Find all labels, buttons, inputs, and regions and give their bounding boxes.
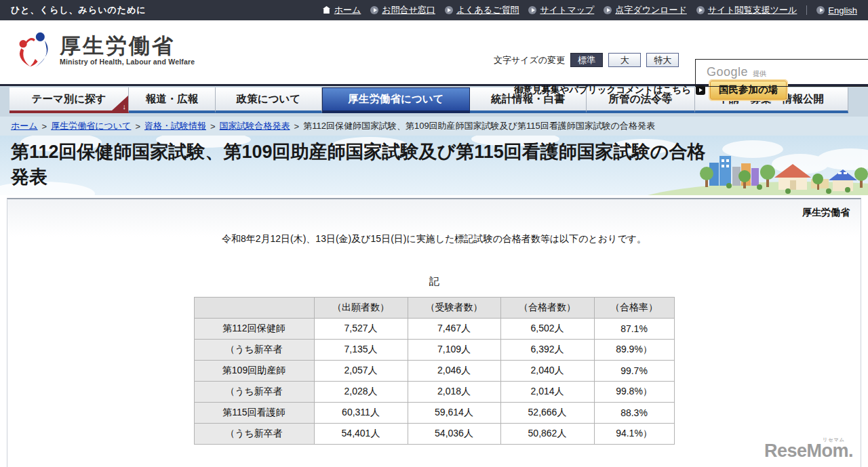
table-cell: 50,862人 — [500, 424, 594, 445]
site-header: 厚生労働省 Ministry of Health, Labour and Wel… — [0, 20, 868, 86]
table-cell: 54,036人 — [408, 424, 500, 445]
table-cell: 2,018人 — [408, 382, 500, 403]
table-header-passers: （合格者数） — [500, 298, 594, 319]
font-size-standard-button[interactable]: 標準 — [570, 53, 603, 67]
arrow-circle-icon — [445, 6, 453, 14]
table-header-blank — [194, 298, 314, 319]
issuing-org: 厚生労働省 — [7, 199, 861, 219]
table-cell: 89.9%） — [594, 340, 674, 361]
arrow-circle-icon — [370, 6, 378, 14]
table-row: （うち新卒者 54,401人 54,036人 50,862人 94.1%） — [194, 424, 674, 445]
public-comment-text: 御意見募集やパブリックコメントはこちら — [514, 84, 691, 96]
font-size-large-button[interactable]: 大 — [608, 53, 641, 67]
breadcrumb-exam-results[interactable]: 国家試験合格発表 — [220, 120, 290, 132]
row-label: 第112回保健師 — [194, 319, 314, 340]
table-row: 第112回保健師 7,527人 7,467人 6,502人 87.1% — [194, 319, 674, 340]
table-row: 第109回助産師 2,057人 2,046人 2,040人 99.7% — [194, 361, 674, 382]
nav-tab-about-mhlw[interactable]: 厚生労働省について — [322, 87, 470, 113]
search-input[interactable]: Google 提供 — [695, 59, 868, 87]
table-cell: 2,040人 — [500, 361, 594, 382]
logo-subtitle: Ministry of Health, Labour and Welfare — [60, 58, 195, 66]
breadcrumb-separator: > — [210, 121, 216, 131]
row-label: （うち新卒者 — [194, 340, 314, 361]
home-icon — [322, 6, 331, 14]
row-label: 第115回看護師 — [194, 403, 314, 424]
mhlw-logo[interactable]: 厚生労働省 Ministry of Health, Labour and Wel… — [15, 31, 195, 69]
arrow-right-icon — [696, 85, 705, 95]
arrow-circle-icon — [604, 6, 612, 14]
row-label: （うち新卒者 — [194, 424, 314, 445]
content-panel: 厚生労働省 令和8年2月12日(木)、13日(金)及び15日(日)に実施した標記… — [7, 198, 861, 467]
top-link-english[interactable]: English — [816, 5, 857, 16]
table-row: （うち新卒者 2,028人 2,018人 2,014人 99.8%） — [194, 382, 674, 403]
divider — [806, 5, 807, 15]
logo-title: 厚生労働省 — [60, 35, 195, 58]
watermark-ruby: リセマム — [823, 436, 845, 443]
table-cell: 88.3% — [594, 403, 674, 424]
ki-marker: 記 — [7, 275, 861, 288]
top-link-contact[interactable]: お問合せ窓口 — [370, 4, 435, 16]
table-header-pass-rate: （合格率） — [594, 298, 674, 319]
site-tagline: ひと、くらし、みらいのために — [11, 4, 146, 16]
breadcrumb-separator: > — [135, 121, 140, 131]
row-label: （うち新卒者 — [194, 382, 314, 403]
table-cell: 94.1%） — [594, 424, 674, 445]
top-link-sitemap[interactable]: サイトマップ — [528, 4, 594, 16]
table-cell: 87.1% — [594, 319, 674, 340]
breadcrumb-separator: > — [294, 121, 300, 131]
table-cell: 7,467人 — [408, 319, 500, 340]
breadcrumb-current: 第112回保健師国家試験、第109回助産師国家試験及び第115回看護師国家試験の… — [303, 120, 655, 132]
mhlw-logo-icon — [15, 31, 53, 69]
table-cell: 2,014人 — [500, 382, 594, 403]
nav-tab-policy[interactable]: 政策について — [216, 87, 322, 113]
resemom-watermark: リセマム ReseMom. — [764, 441, 853, 462]
top-links: ホーム お問合せ窓口 よくあるご質問 サイトマップ 点字ダウンロード サイト閲覧… — [322, 4, 857, 16]
breadcrumb-separator: > — [42, 121, 47, 131]
table-cell: 52,666人 — [500, 403, 594, 424]
breadcrumb-home[interactable]: ホーム — [11, 120, 38, 132]
top-utility-bar: ひと、くらし、みらいのために ホーム お問合せ窓口 よくあるご質問 サイトマップ… — [0, 0, 868, 20]
table-cell: 54,401人 — [314, 424, 408, 445]
nav-tab-themes[interactable]: テーマ別に探す ↓ — [9, 87, 129, 113]
arrow-circle-icon — [528, 6, 536, 14]
results-table: （出願者数） （受験者数） （合格者数） （合格率） 第112回保健師 7,52… — [194, 297, 675, 445]
nav-tab-press[interactable]: 報道・広報 — [129, 87, 216, 113]
breadcrumb: ホーム > 厚生労働省について > 資格・試験情報 > 国家試験合格発表 > 第… — [0, 117, 868, 136]
table-cell: 59,614人 — [408, 403, 500, 424]
arrow-circle-icon — [816, 6, 825, 14]
font-size-xlarge-button[interactable]: 特大 — [646, 53, 679, 67]
font-size-label: 文字サイズの変更 — [494, 54, 565, 66]
arrow-circle-icon — [696, 6, 705, 14]
table-cell: 7,109人 — [408, 340, 500, 361]
page-title: 第112回保健師国家試験、第109回助産師国家試験及び第115回看護師国家試験の… — [11, 140, 723, 190]
table-cell: 2,046人 — [408, 361, 500, 382]
font-size-controls: 文字サイズの変更 標準 大 特大 — [494, 53, 679, 67]
table-row: 第115回看護師 60,311人 59,614人 52,666人 88.3% — [194, 403, 674, 424]
table-cell: 6,392人 — [500, 340, 594, 361]
google-branding: Google 提供 — [707, 65, 766, 79]
row-label: 第109回助産師 — [194, 361, 314, 382]
table-cell: 7,135人 — [314, 340, 408, 361]
google-logo: Google — [707, 65, 748, 79]
table-header-examinees: （受験者数） — [408, 298, 500, 319]
breadcrumb-qualifications[interactable]: 資格・試験情報 — [144, 120, 206, 132]
table-cell: 2,057人 — [314, 361, 408, 382]
breadcrumb-about[interactable]: 厚生労働省について — [51, 120, 131, 132]
top-link-accessibility-tool[interactable]: サイト閲覧支援ツール — [696, 4, 797, 16]
top-link-faq[interactable]: よくあるご質問 — [445, 4, 519, 16]
table-cell: 7,527人 — [314, 319, 408, 340]
chevron-down-icon: ↓ — [123, 102, 127, 110]
table-cell: 99.7% — [594, 361, 674, 382]
table-header-row: （出願者数） （受験者数） （合格者数） （合格率） — [194, 298, 674, 319]
title-banner: 第112回保健師国家試験、第109回助産師国家試験及び第115回看護師国家試験の… — [0, 136, 868, 195]
table-cell: 6,502人 — [500, 319, 594, 340]
top-link-home[interactable]: ホーム — [322, 4, 361, 16]
table-header-applicants: （出願者数） — [314, 298, 408, 319]
table-cell: 60,311人 — [314, 403, 408, 424]
table-cell: 2,028人 — [314, 382, 408, 403]
table-row: （うち新卒者 7,135人 7,109人 6,392人 89.9%） — [194, 340, 674, 361]
table-cell: 99.8%） — [594, 382, 674, 403]
intro-text: 令和8年2月12日(木)、13日(金)及び15日(日)に実施した標記試験の合格者… — [7, 233, 861, 245]
top-link-braille-download[interactable]: 点字ダウンロード — [604, 4, 687, 16]
